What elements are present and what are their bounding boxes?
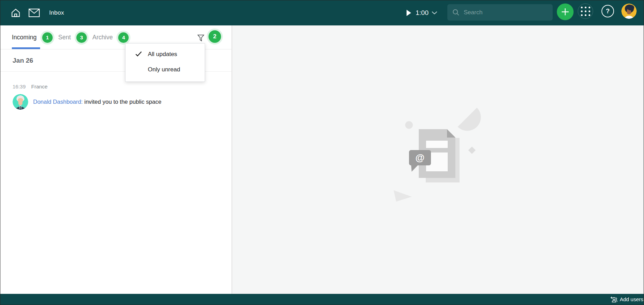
tab-archive[interactable]: Archive 4 [92, 32, 131, 43]
question-mark-icon: ? [606, 8, 610, 15]
message-location: France [31, 84, 48, 89]
sender-avatar-image [13, 94, 28, 110]
filter-funnel-icon [197, 34, 204, 42]
timer-value[interactable]: 1:00 [416, 0, 429, 25]
active-tab-indicator [12, 47, 40, 49]
menu-item-label: Only unread [148, 66, 180, 73]
play-button[interactable] [406, 9, 411, 16]
sent-count-badge: 3 [76, 32, 87, 43]
user-avatar[interactable] [621, 3, 637, 19]
message-time: 16:39 [13, 84, 26, 89]
archive-count-badge: 4 [118, 32, 129, 43]
play-icon [407, 10, 411, 16]
tab-archive-label: Archive [92, 34, 113, 41]
plus-icon [561, 7, 570, 16]
filter-button[interactable] [196, 34, 205, 43]
message-sender-link[interactable]: Donald Dashboard: [33, 99, 83, 105]
tab-sent[interactable]: Sent 3 [58, 32, 89, 43]
checkmark-icon [135, 51, 142, 57]
illustration-doc-line [426, 141, 448, 148]
tab-incoming[interactable]: Incoming 1 [12, 32, 55, 43]
add-users-button[interactable]: Add users [609, 296, 643, 303]
sender-avatar[interactable] [13, 94, 28, 110]
top-bar: Inbox 1:00 ? [0, 0, 644, 25]
date-header-label: Jan 26 [13, 57, 33, 64]
timer-dropdown-button[interactable] [431, 10, 438, 15]
at-sign: @ [415, 152, 424, 163]
app-window: Inbox 1:00 ? [0, 0, 644, 305]
home-icon [10, 8, 21, 18]
menu-item-all-updates[interactable]: All updates [126, 47, 205, 62]
chevron-down-icon [432, 11, 437, 15]
message-list-panel: Jan 26 16:39 France [0, 49, 232, 294]
apps-grid-button[interactable] [578, 3, 593, 19]
bottom-bar: Add users [0, 294, 644, 305]
message-text: invited you to the public space [84, 99, 161, 105]
home-button[interactable] [9, 7, 22, 19]
search-input[interactable] [464, 9, 544, 16]
mail-button[interactable] [28, 7, 41, 19]
menu-item-only-unread[interactable]: Only unread [126, 62, 205, 77]
page-title: Inbox [49, 0, 64, 25]
menu-item-label: All updates [148, 51, 177, 58]
illustration-at-bubble: @ [409, 150, 431, 165]
avatar-image [621, 3, 637, 19]
help-button[interactable]: ? [601, 5, 614, 17]
search-box [447, 4, 553, 21]
illustration-dot [405, 121, 413, 129]
tab-incoming-label: Incoming [12, 34, 37, 41]
create-new-button[interactable] [557, 3, 574, 20]
filter-count-badge: 2 [209, 30, 221, 43]
filter-dropdown-menu: All updates Only unread [125, 43, 205, 82]
add-users-label: Add users [620, 296, 643, 302]
mail-icon [29, 8, 40, 17]
incoming-count-badge: 1 [42, 32, 53, 43]
search-icon [452, 9, 460, 16]
tab-sent-label: Sent [58, 34, 71, 41]
grid-icon [581, 7, 590, 16]
add-users-icon [609, 296, 618, 303]
